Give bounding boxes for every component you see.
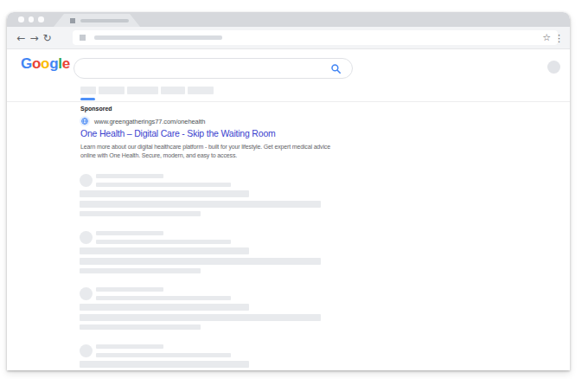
tab-favicon-placeholder <box>70 18 75 23</box>
url-text-placeholder <box>94 35 222 40</box>
google-logo: Google <box>21 55 70 73</box>
search-icon[interactable] <box>331 64 341 74</box>
result-snippet-placeholder <box>80 258 321 265</box>
window-maximize-button[interactable] <box>38 16 44 22</box>
logo-letter: g <box>49 55 58 72</box>
skeleton-result <box>80 174 321 216</box>
ad-url-row[interactable]: www.greengatherings77.com/onehealth <box>80 116 205 126</box>
logo-letter: o <box>32 55 41 72</box>
ad-url[interactable]: www.greengatherings77.com/onehealth <box>94 118 205 125</box>
skeleton-result <box>80 344 321 371</box>
result-favicon-placeholder <box>80 231 93 244</box>
result-snippet-placeholder <box>80 211 201 216</box>
results-nav-tabs <box>80 87 214 94</box>
search-results-page: Google Sponsored <box>7 49 570 370</box>
skeleton-result <box>80 287 321 330</box>
skeleton-result <box>80 231 321 273</box>
account-avatar[interactable] <box>547 61 560 74</box>
result-snippet-placeholder <box>80 201 321 208</box>
nav-tab-placeholder[interactable] <box>161 87 185 94</box>
nav-tab-placeholder[interactable] <box>127 87 158 94</box>
result-source-placeholder <box>96 287 163 292</box>
nav-tab-placeholder[interactable] <box>188 87 214 94</box>
nav-tab-placeholder[interactable] <box>99 87 125 94</box>
forward-icon[interactable]: → <box>28 33 41 43</box>
result-snippet-placeholder <box>80 324 201 330</box>
window-close-button[interactable] <box>18 16 24 22</box>
result-title-placeholder <box>80 304 249 311</box>
address-bar[interactable]: ☆ <box>73 30 558 45</box>
logo-letter: G <box>21 55 32 72</box>
ad-description: Learn more about our digital healthcare … <box>80 143 336 159</box>
browser-menu-icon[interactable]: ⋮ <box>554 27 564 49</box>
result-source-placeholder <box>96 344 163 349</box>
result-favicon-placeholder <box>80 287 93 300</box>
result-favicon-placeholder <box>80 344 93 357</box>
logo-letter: e <box>62 55 70 72</box>
result-favicon-placeholder <box>80 174 93 187</box>
bookmark-star-icon[interactable]: ☆ <box>542 33 551 42</box>
result-url-placeholder <box>96 240 231 244</box>
window-controls <box>18 16 44 22</box>
result-snippet-placeholder <box>80 268 201 273</box>
result-url-placeholder <box>96 353 231 357</box>
browser-toolbar: ← → ↻ ☆ ⋮ <box>7 27 570 49</box>
skeleton-results-list <box>80 174 321 370</box>
window-minimize-button[interactable] <box>29 16 35 22</box>
result-snippet-placeholder <box>80 314 321 321</box>
tab-strip <box>7 12 570 27</box>
site-favicon-placeholder <box>80 35 86 41</box>
reload-icon[interactable]: ↻ <box>41 33 54 43</box>
back-icon[interactable]: ← <box>15 33 28 43</box>
search-input[interactable] <box>74 58 353 79</box>
active-tab-underline <box>80 98 95 100</box>
browser-window: ← → ↻ ☆ ⋮ Google Spon <box>7 12 570 370</box>
nav-tab-placeholder[interactable] <box>80 87 96 94</box>
logo-letter: o <box>41 55 49 72</box>
header-divider <box>7 101 570 102</box>
ad-title-link[interactable]: One Health – Digital Care - Skip the Wai… <box>80 128 276 138</box>
browser-tab[interactable] <box>54 14 140 27</box>
result-title-placeholder <box>80 361 249 368</box>
result-title-placeholder <box>80 247 249 254</box>
result-url-placeholder <box>96 296 231 300</box>
result-title-placeholder <box>80 190 249 197</box>
result-url-placeholder <box>96 183 231 187</box>
tab-title-placeholder <box>80 19 129 22</box>
result-source-placeholder <box>96 174 163 178</box>
globe-icon <box>80 116 90 126</box>
sponsored-label: Sponsored <box>80 106 112 112</box>
result-source-placeholder <box>96 231 163 235</box>
